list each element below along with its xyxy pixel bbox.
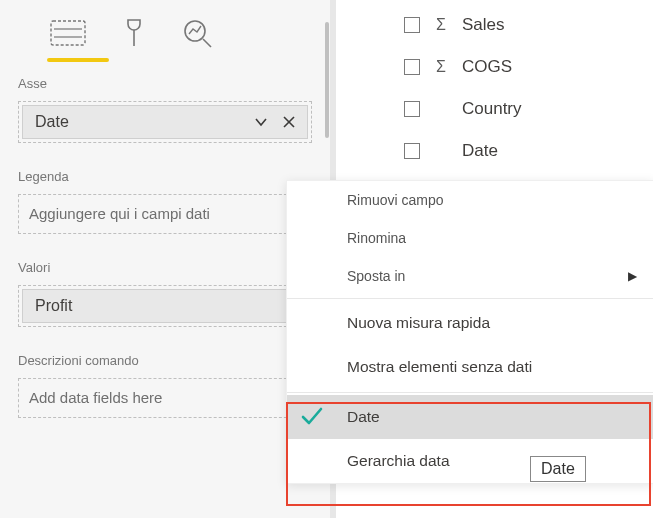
legend-field-well[interactable]: Aggiungere qui i campi dati (18, 194, 312, 234)
svg-line-5 (203, 39, 211, 47)
field-item[interactable]: Σ Date (404, 130, 653, 172)
values-field-name: Profit (35, 297, 72, 315)
menu-item-label: Sposta in (347, 268, 405, 284)
tooltips-field-well[interactable]: Add data fields here (18, 378, 312, 418)
menu-item-label: Date (347, 408, 380, 426)
menu-item-rename[interactable]: Rinomina (287, 219, 653, 257)
checkbox-icon[interactable] (404, 17, 420, 33)
legend-well-label: Legenda (18, 169, 312, 184)
fields-list: Σ Sales Σ COGS Σ Country Σ Date (338, 0, 653, 172)
values-field-well[interactable]: Profit (18, 285, 312, 327)
menu-item-new-quick-measure[interactable]: Nuova misura rapida (287, 301, 653, 345)
sigma-icon: Σ (432, 16, 450, 34)
scrollbar-thumb[interactable] (325, 22, 329, 138)
field-item[interactable]: Σ COGS (404, 46, 653, 88)
menu-item-remove-field[interactable]: Rimuovi campo (287, 181, 653, 219)
active-tab-underline (47, 58, 109, 62)
checkbox-icon[interactable] (404, 59, 420, 75)
checkbox-icon[interactable] (404, 143, 420, 159)
values-well-label: Valori (18, 260, 312, 275)
field-name: COGS (462, 57, 512, 77)
field-name: Date (462, 141, 498, 161)
pane-tabs (18, 6, 312, 50)
field-context-menu: Rimuovi campo Rinomina Sposta in ▶ Nuova… (286, 180, 653, 484)
visualization-field-pane: Asse Date Legenda Aggiungere qui i campi… (0, 0, 330, 518)
check-icon (299, 403, 327, 431)
field-item[interactable]: Σ Sales (404, 4, 653, 46)
remove-field-icon[interactable] (279, 112, 299, 132)
values-field-pill[interactable]: Profit (22, 289, 308, 323)
chevron-down-icon[interactable] (251, 112, 271, 132)
legend-placeholder: Aggiungere qui i campi dati (29, 205, 210, 222)
tooltips-well-label: Descrizioni comando (18, 353, 312, 368)
menu-item-date[interactable]: Date (287, 395, 653, 439)
field-item[interactable]: Σ Country (404, 88, 653, 130)
axis-field-name: Date (35, 113, 69, 131)
field-name: Sales (462, 15, 505, 35)
svg-rect-0 (51, 21, 85, 45)
tooltips-placeholder: Add data fields here (29, 389, 162, 406)
axis-field-pill[interactable]: Date (22, 105, 308, 139)
axis-field-well[interactable]: Date (18, 101, 312, 143)
tooltip: Date (530, 456, 586, 482)
analytics-tab-icon[interactable] (182, 18, 214, 48)
menu-item-date-hierarchy[interactable]: Gerarchia data (287, 439, 653, 483)
field-name: Country (462, 99, 522, 119)
sigma-icon: Σ (432, 58, 450, 76)
format-tab-icon[interactable] (122, 18, 146, 48)
menu-item-show-no-data[interactable]: Mostra elementi senza dati (287, 345, 653, 389)
submenu-arrow-icon: ▶ (628, 269, 637, 283)
menu-item-move-to[interactable]: Sposta in ▶ (287, 257, 653, 295)
checkbox-icon[interactable] (404, 101, 420, 117)
fields-tab-icon[interactable] (50, 20, 86, 46)
axis-well-label: Asse (18, 76, 312, 91)
